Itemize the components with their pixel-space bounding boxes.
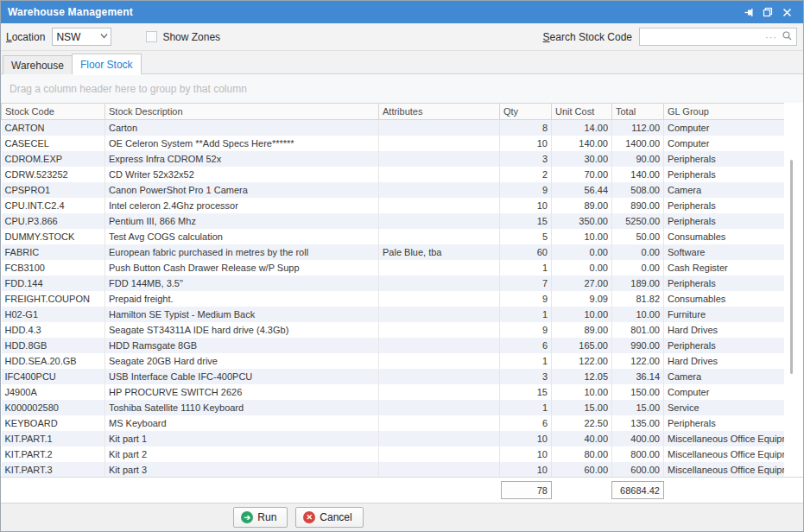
cell-stock-description[interactable]: Kit part 3 xyxy=(105,462,379,478)
cell-attributes[interactable] xyxy=(379,198,500,213)
cell-qty[interactable]: 1 xyxy=(500,400,552,415)
cell-attributes[interactable] xyxy=(379,120,500,136)
cell-attributes[interactable] xyxy=(379,167,500,182)
cell-gl-group[interactable]: Computer xyxy=(664,384,786,400)
table-row[interactable]: H02-G1Hamilton SE Typist - Medium Back11… xyxy=(2,307,786,322)
cell-stock-description[interactable]: FDD 144MB, 3.5" xyxy=(105,276,379,291)
cell-total[interactable]: 800.00 xyxy=(612,446,664,462)
cell-attributes[interactable] xyxy=(379,353,500,369)
cell-total[interactable]: 1400.00 xyxy=(612,136,664,151)
table-row[interactable]: CDRW.523252CD Writer 52x32x52270.00140.0… xyxy=(2,167,786,182)
group-by-panel[interactable]: Drag a column header here to group by th… xyxy=(1,74,803,103)
cell-total[interactable]: 122.00 xyxy=(612,353,664,369)
cell-attributes[interactable] xyxy=(379,213,500,229)
cell-stock-code[interactable]: FABRIC xyxy=(2,244,105,260)
cell-stock-code[interactable]: CPSPRO1 xyxy=(2,182,105,198)
cell-stock-description[interactable]: Canon PowerShot Pro 1 Camera xyxy=(105,182,379,198)
cell-qty[interactable]: 1 xyxy=(500,260,552,276)
cell-total[interactable]: 890.00 xyxy=(612,198,664,213)
close-button[interactable] xyxy=(777,3,796,21)
cell-unit-cost[interactable]: 27.00 xyxy=(552,276,612,291)
table-row[interactable]: FCB3100Push Button Cash Drawer Release w… xyxy=(2,260,786,276)
cell-stock-description[interactable]: Push Button Cash Drawer Release w/P Supp xyxy=(105,260,379,276)
cell-qty[interactable]: 10 xyxy=(500,431,552,446)
cell-stock-code[interactable]: DUMMY.STOCK xyxy=(2,229,105,244)
column-header-unit-cost[interactable]: Unit Cost xyxy=(552,104,612,120)
cell-total[interactable]: 600.00 xyxy=(612,462,664,478)
cell-total[interactable]: 140.00 xyxy=(612,167,664,182)
cell-stock-code[interactable]: CASECEL xyxy=(2,136,105,151)
cell-qty[interactable]: 60 xyxy=(500,244,552,260)
cell-gl-group[interactable]: Camera xyxy=(664,182,786,198)
cell-stock-description[interactable]: Carton xyxy=(105,120,379,136)
cell-attributes[interactable] xyxy=(379,136,500,151)
cell-unit-cost[interactable]: 165.00 xyxy=(552,338,612,353)
cell-total[interactable]: 10.00 xyxy=(612,307,664,322)
cell-qty[interactable]: 9 xyxy=(500,291,552,307)
cell-gl-group[interactable]: Hard Drives xyxy=(664,353,786,369)
cell-stock-code[interactable]: CARTON xyxy=(2,120,105,136)
cell-attributes[interactable] xyxy=(379,369,500,384)
cell-unit-cost[interactable]: 89.00 xyxy=(552,322,612,338)
cell-attributes[interactable] xyxy=(379,384,500,400)
cell-unit-cost[interactable]: 10.00 xyxy=(552,307,612,322)
cell-qty[interactable]: 6 xyxy=(500,338,552,353)
cell-qty[interactable]: 3 xyxy=(500,151,552,167)
cell-unit-cost[interactable]: 56.44 xyxy=(552,182,612,198)
cell-stock-description[interactable]: Test Avg COGS calculation xyxy=(105,229,379,244)
cell-unit-cost[interactable]: 30.00 xyxy=(552,151,612,167)
cell-attributes[interactable] xyxy=(379,307,500,322)
cell-stock-code[interactable]: FDD.144 xyxy=(2,276,105,291)
table-row[interactable]: K000002580Toshiba Satellite 1110 Keyboar… xyxy=(2,400,786,415)
cell-unit-cost[interactable]: 0.00 xyxy=(552,244,612,260)
cell-attributes[interactable] xyxy=(379,182,500,198)
cell-stock-description[interactable]: HP PROCURVE SWITCH 2626 xyxy=(105,384,379,400)
cell-gl-group[interactable]: Miscellaneous Office Equipment xyxy=(664,431,786,446)
cell-gl-group[interactable]: Software xyxy=(664,244,786,260)
cell-total[interactable]: 801.00 xyxy=(612,322,664,338)
cell-total[interactable]: 15.00 xyxy=(612,400,664,415)
cell-stock-description[interactable]: MS Keyboard xyxy=(105,415,379,431)
cell-attributes[interactable] xyxy=(379,462,500,478)
table-row[interactable]: HDD.4.3Seagate ST34311A IDE hard drive (… xyxy=(2,322,786,338)
cell-gl-group[interactable]: Peripherals xyxy=(664,167,786,182)
cell-unit-cost[interactable]: 14.00 xyxy=(552,120,612,136)
cell-qty[interactable]: 5 xyxy=(500,229,552,244)
cell-stock-description[interactable]: HDD Ramsgate 8GB xyxy=(105,338,379,353)
cell-total[interactable]: 508.00 xyxy=(612,182,664,198)
column-header-qty[interactable]: Qty xyxy=(500,104,552,120)
cell-gl-group[interactable]: Miscellaneous Office Equipment xyxy=(664,462,786,478)
cell-gl-group[interactable]: Miscellaneous Office Equipment xyxy=(664,446,786,462)
cell-gl-group[interactable]: Consumables xyxy=(664,291,786,307)
cell-attributes[interactable] xyxy=(379,431,500,446)
cell-qty[interactable]: 8 xyxy=(500,120,552,136)
cell-stock-description[interactable]: OE Celeron System **Add Specs Here****** xyxy=(105,136,379,151)
cancel-button[interactable]: ✕ Cancel xyxy=(295,507,363,528)
table-row[interactable]: FABRICEuropean fabric purchased in metre… xyxy=(2,244,786,260)
column-header-total[interactable]: Total xyxy=(612,104,664,120)
cell-total[interactable]: 400.00 xyxy=(612,431,664,446)
tab-warehouse[interactable]: Warehouse xyxy=(3,55,73,74)
vertical-scrollbar[interactable] xyxy=(784,103,803,477)
cell-qty[interactable]: 2 xyxy=(500,167,552,182)
cell-qty[interactable]: 7 xyxy=(500,276,552,291)
cell-stock-description[interactable]: Kit part 1 xyxy=(105,431,379,446)
cell-unit-cost[interactable]: 12.05 xyxy=(552,369,612,384)
cell-total[interactable]: 135.00 xyxy=(612,415,664,431)
cell-gl-group[interactable]: Computer xyxy=(664,120,786,136)
cell-gl-group[interactable]: Peripherals xyxy=(664,198,786,213)
cell-attributes[interactable] xyxy=(379,338,500,353)
cell-stock-code[interactable]: K000002580 xyxy=(2,400,105,415)
table-row[interactable]: DUMMY.STOCKTest Avg COGS calculation510.… xyxy=(2,229,786,244)
cell-qty[interactable]: 1 xyxy=(500,307,552,322)
cell-total[interactable]: 0.00 xyxy=(612,244,664,260)
cell-gl-group[interactable]: Peripherals xyxy=(664,151,786,167)
cell-gl-group[interactable]: Peripherals xyxy=(664,213,786,229)
ellipsis-button[interactable]: ··· xyxy=(765,32,777,42)
table-row[interactable]: KIT.PART.1Kit part 11040.00400.00Miscell… xyxy=(2,431,786,446)
search-icon[interactable] xyxy=(782,30,793,44)
cell-stock-description[interactable]: CD Writer 52x32x52 xyxy=(105,167,379,182)
cell-total[interactable]: 36.14 xyxy=(612,369,664,384)
cell-total[interactable]: 0.00 xyxy=(612,260,664,276)
cell-stock-code[interactable]: CPU.P3.866 xyxy=(2,213,105,229)
